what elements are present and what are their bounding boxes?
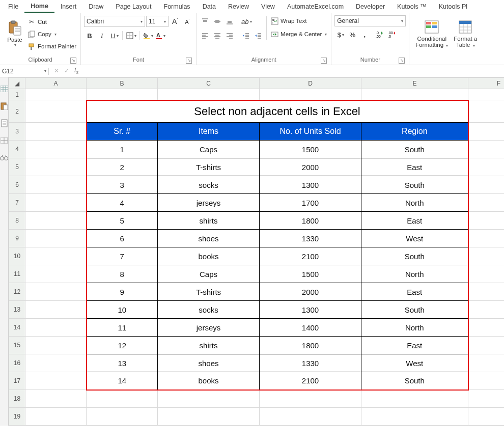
- cell[interactable]: [25, 176, 87, 194]
- dialog-launcher-icon[interactable]: ↘: [321, 58, 327, 64]
- cell[interactable]: [468, 141, 505, 158]
- cell[interactable]: [158, 390, 260, 408]
- cell[interactable]: East: [361, 212, 468, 230]
- cell[interactable]: [158, 408, 260, 426]
- bold-button[interactable]: B: [84, 30, 95, 41]
- cell[interactable]: T-shirts: [158, 158, 260, 176]
- align-left-button[interactable]: [200, 30, 211, 41]
- cell[interactable]: [468, 319, 505, 337]
- cell[interactable]: [468, 100, 505, 123]
- row-header[interactable]: 19: [9, 408, 25, 426]
- cell[interactable]: North: [361, 319, 468, 337]
- row-header[interactable]: 15: [9, 337, 25, 354]
- borders-button[interactable]: ▾: [125, 30, 136, 41]
- col-header-e[interactable]: E: [361, 78, 468, 89]
- tab-file[interactable]: File: [2, 1, 24, 12]
- tab-review[interactable]: Review: [222, 1, 255, 12]
- tab-formulas[interactable]: Formulas: [158, 1, 197, 12]
- cell[interactable]: East: [361, 337, 468, 354]
- cell[interactable]: T-shirts: [158, 283, 260, 301]
- cell[interactable]: [87, 408, 158, 426]
- align-middle-button[interactable]: [212, 16, 223, 27]
- cell[interactable]: Sr. #: [87, 123, 158, 141]
- cell[interactable]: East: [361, 283, 468, 301]
- cell[interactable]: [25, 301, 87, 319]
- cell[interactable]: 12: [87, 337, 158, 354]
- row-header[interactable]: 3: [9, 123, 25, 141]
- row-header[interactable]: 9: [9, 230, 25, 247]
- cell[interactable]: [468, 408, 505, 426]
- font-size-select[interactable]: 11 ▾: [146, 16, 169, 27]
- cell[interactable]: socks: [158, 301, 260, 319]
- side-table-icon[interactable]: [0, 85, 8, 93]
- conditional-formatting-button[interactable]: Conditional Formatting ▾: [412, 15, 451, 52]
- side-doc-icon[interactable]: [0, 119, 8, 127]
- spreadsheet-grid[interactable]: ◢ A B C D E F 12Select non adjacent cell…: [9, 77, 504, 426]
- cell[interactable]: [468, 230, 505, 247]
- row-header[interactable]: 18: [9, 390, 25, 408]
- tab-view[interactable]: View: [255, 1, 281, 12]
- cell[interactable]: 1: [87, 141, 158, 158]
- cell[interactable]: 13: [87, 354, 158, 372]
- cell[interactable]: shirts: [158, 337, 260, 354]
- decrease-decimal-button[interactable]: .00.0: [386, 29, 398, 40]
- row-header[interactable]: 4: [9, 141, 25, 158]
- cell[interactable]: [468, 176, 505, 194]
- row-header[interactable]: 1: [9, 89, 25, 100]
- cell[interactable]: South: [361, 141, 468, 158]
- format-painter-button[interactable]: Format Painter: [26, 41, 77, 52]
- row-header[interactable]: 6: [9, 176, 25, 194]
- cell[interactable]: 3: [87, 176, 158, 194]
- cell[interactable]: shirts: [158, 212, 260, 230]
- col-header-b[interactable]: B: [87, 78, 158, 89]
- cell[interactable]: [468, 372, 505, 390]
- cell[interactable]: [25, 123, 87, 141]
- row-header[interactable]: 17: [9, 372, 25, 390]
- cell[interactable]: [87, 89, 158, 100]
- cell[interactable]: [87, 390, 158, 408]
- tab-automateexcel[interactable]: AutomateExcel.com: [281, 1, 350, 12]
- cell[interactable]: [361, 89, 468, 100]
- cell[interactable]: [468, 247, 505, 265]
- cell[interactable]: 1300: [260, 176, 361, 194]
- cell[interactable]: jerseys: [158, 319, 260, 337]
- side-grid-icon[interactable]: [0, 136, 8, 145]
- align-center-button[interactable]: [212, 30, 223, 41]
- tab-kutools[interactable]: Kutools ™: [391, 1, 433, 12]
- row-header[interactable]: 10: [9, 247, 25, 265]
- cell[interactable]: 1300: [260, 301, 361, 319]
- cell[interactable]: [468, 123, 505, 141]
- tab-data[interactable]: Data: [197, 1, 222, 12]
- cell[interactable]: [25, 158, 87, 176]
- cell[interactable]: 11: [87, 319, 158, 337]
- cell[interactable]: 4: [87, 194, 158, 212]
- cell[interactable]: [25, 230, 87, 247]
- merge-center-button[interactable]: Merge & Center ▾: [269, 29, 328, 40]
- cell[interactable]: 1700: [260, 194, 361, 212]
- cell[interactable]: [468, 158, 505, 176]
- cell[interactable]: [468, 337, 505, 354]
- comma-format-button[interactable]: ,: [359, 29, 370, 40]
- cell[interactable]: 2000: [260, 158, 361, 176]
- cell[interactable]: [468, 390, 505, 408]
- cell[interactable]: [25, 100, 87, 123]
- cell[interactable]: South: [361, 301, 468, 319]
- format-as-table-button[interactable]: Format a Table ▾: [451, 15, 480, 52]
- cell[interactable]: [25, 283, 87, 301]
- row-header[interactable]: 5: [9, 158, 25, 176]
- dialog-launcher-icon[interactable]: ↘: [399, 58, 405, 64]
- cell[interactable]: socks: [158, 176, 260, 194]
- cell[interactable]: 2000: [260, 283, 361, 301]
- decrease-font-button[interactable]: Aˇ: [182, 16, 193, 27]
- cell[interactable]: [468, 283, 505, 301]
- cell[interactable]: [25, 354, 87, 372]
- cell[interactable]: [260, 390, 361, 408]
- cell[interactable]: 1500: [260, 141, 361, 158]
- cell[interactable]: Items: [158, 123, 260, 141]
- cell[interactable]: 2: [87, 158, 158, 176]
- cell[interactable]: books: [158, 247, 260, 265]
- wrap-text-button[interactable]: abc Wrap Text: [269, 15, 328, 26]
- cell[interactable]: [468, 194, 505, 212]
- cell[interactable]: 10: [87, 301, 158, 319]
- enter-icon[interactable]: ✓: [64, 67, 69, 74]
